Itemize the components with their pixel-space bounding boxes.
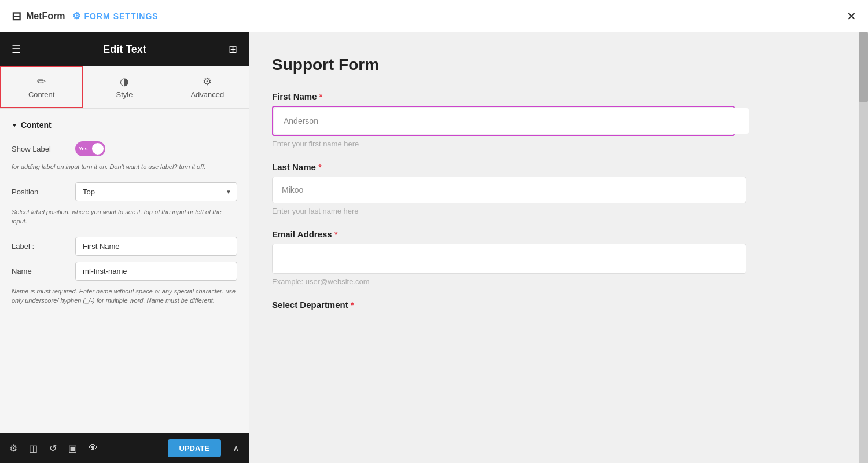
form-settings-label: FORM SETTINGS [84, 12, 159, 21]
label-field-label: Label : [12, 242, 69, 251]
preview-field-email: Email Address * Example: user@website.co… [272, 229, 735, 286]
left-panel: ☰ Edit Text ⊞ ✏ Content ◑ Style ⚙ Advanc… [0, 32, 249, 463]
tab-advanced[interactable]: ⚙ Advanced [166, 66, 249, 108]
form-settings-button[interactable]: ⚙ FORM SETTINGS [72, 10, 159, 21]
preview-field-last-name: Last Name * Mikoo Enter your last name h… [272, 162, 735, 215]
hamburger-icon[interactable]: ☰ [12, 43, 21, 56]
form-title: Support Form [272, 56, 735, 74]
name-field-row: Name [12, 262, 237, 281]
grid-icon[interactable]: ⊞ [229, 43, 237, 56]
name-field-label: Name [12, 267, 69, 275]
style-tab-icon: ◑ [120, 75, 129, 88]
app-name: MetForm [26, 11, 65, 21]
first-name-placeholder: Enter your first name here [272, 139, 735, 148]
toolbar-settings-icon[interactable]: ⚙ [9, 443, 17, 454]
close-button[interactable]: ✕ [847, 9, 856, 23]
scrollbar[interactable] [859, 32, 868, 463]
show-label-hint: for adding label on input turn it on. Do… [12, 162, 237, 172]
position-hint: Select label position. where you want to… [12, 207, 237, 226]
position-label: Position [12, 188, 69, 196]
email-placeholder: Example: user@website.com [272, 277, 735, 286]
last-name-placeholder: Enter your last name here [272, 207, 735, 215]
tab-row: ✏ Content ◑ Style ⚙ Advanced [0, 66, 249, 109]
top-bar: ⊟ MetForm ⚙ FORM SETTINGS ✕ [0, 0, 868, 32]
label-field-input[interactable] [75, 237, 237, 256]
advanced-tab-icon: ⚙ [203, 75, 212, 88]
first-name-label: First Name * [272, 91, 735, 101]
style-tab-label: Style [116, 90, 133, 99]
toolbar-history-icon[interactable]: ↺ [49, 443, 57, 454]
bottom-toolbar: ⚙ ◫ ↺ ▣ 👁 UPDATE ∧ [0, 433, 249, 463]
toolbar-layers-icon[interactable]: ◫ [29, 443, 38, 454]
preview-field-department: Select Department * [272, 300, 735, 310]
tab-style[interactable]: ◑ Style [83, 66, 165, 108]
last-name-label: Last Name * [272, 162, 735, 172]
update-button[interactable]: UPDATE [168, 439, 221, 457]
last-name-label-text: Last Name [272, 162, 316, 172]
section-title-text: Content [21, 120, 52, 130]
last-name-required-star: * [318, 162, 322, 172]
position-select-container: Top Left [75, 182, 237, 201]
logo-icon: ⊟ [12, 9, 21, 23]
email-required-star: * [334, 229, 338, 239]
chevron-up-icon[interactable]: ∧ [233, 443, 240, 454]
panel-title: Edit Text [103, 43, 146, 56]
name-field-hint: Name is must required. Enter name withou… [12, 286, 237, 306]
first-name-required-star: * [319, 91, 323, 101]
top-bar-left: ⊟ MetForm ⚙ FORM SETTINGS [12, 9, 159, 23]
first-name-label-text: First Name [272, 91, 317, 101]
content-tab-icon: ✏ [37, 75, 46, 88]
show-label-toggle-wrap: Yes [75, 141, 105, 156]
department-label: Select Department * [272, 300, 735, 310]
gear-icon: ⚙ [72, 10, 81, 21]
toolbar-responsive-icon[interactable]: ▣ [68, 443, 77, 454]
panel-header: ☰ Edit Text ⊞ [0, 32, 249, 66]
first-name-field-wrapper: Anderson [272, 106, 735, 136]
email-input[interactable] [272, 244, 746, 274]
tab-content[interactable]: ✏ Content [0, 66, 83, 108]
show-label-toggle[interactable]: Yes [75, 141, 105, 156]
email-label: Email Address * [272, 229, 735, 239]
position-select[interactable]: Top Left [75, 182, 237, 201]
main-layout: ☰ Edit Text ⊞ ✏ Content ◑ Style ⚙ Advanc… [0, 32, 868, 463]
section-arrow-icon: ▼ [12, 122, 17, 128]
content-section-title: ▼ Content [12, 120, 237, 130]
metform-logo: ⊟ MetForm [12, 9, 65, 23]
show-label-row: Show Label Yes [12, 141, 237, 156]
right-panel: Support Form First Name * Anderson Enter… [249, 32, 868, 463]
department-required-star: * [351, 300, 354, 310]
toggle-yes-label: Yes [79, 146, 88, 152]
name-field-input[interactable] [75, 262, 237, 281]
label-field-row: Label : [12, 237, 237, 256]
position-row: Position Top Left [12, 182, 237, 201]
toggle-thumb [92, 143, 104, 155]
department-label-text: Select Department [272, 300, 348, 310]
content-tab-label: Content [28, 90, 55, 99]
scrollbar-thumb[interactable] [859, 32, 868, 102]
preview-content: Support Form First Name * Anderson Enter… [249, 32, 770, 347]
panel-content: ▼ Content Show Label Yes for adding labe… [0, 109, 249, 433]
last-name-input[interactable]: Mikoo [272, 177, 746, 203]
preview-field-first-name: First Name * Anderson Enter your first n… [272, 91, 735, 148]
show-label-text: Show Label [12, 145, 69, 153]
first-name-input[interactable]: Anderson [274, 108, 749, 134]
toolbar-preview-icon[interactable]: 👁 [89, 443, 98, 453]
email-label-text: Email Address [272, 229, 332, 239]
advanced-tab-label: Advanced [190, 90, 224, 99]
